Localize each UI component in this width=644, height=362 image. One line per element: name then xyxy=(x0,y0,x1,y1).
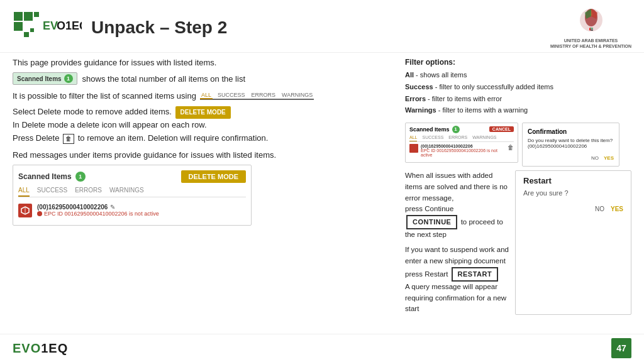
badge-number: 1 xyxy=(64,74,73,83)
mini-cube-icon xyxy=(409,144,418,153)
svg-rect-2 xyxy=(14,22,23,31)
panel-tabs: ALL SUCCESS ERRORS WARNINGS xyxy=(18,187,246,197)
scanned-badge: Scanned Items 1 xyxy=(13,72,77,85)
filter-option-errors: Errors - filter to items with error xyxy=(405,93,631,105)
panel-badge-num: 1 xyxy=(75,172,86,182)
svg-text:🇦🇪: 🇦🇪 xyxy=(589,27,594,31)
evoteq-logo-icon: EV O1EQ xyxy=(13,11,82,45)
filter-options-list: All - shows all items Success - filter t… xyxy=(405,69,631,116)
restart-popup-title: Restart xyxy=(523,176,623,185)
restart-text: If you want to suspend work and enter a … xyxy=(405,244,509,315)
restart-button[interactable]: RESTART xyxy=(452,267,499,282)
confirmation-buttons: NO YES xyxy=(528,155,614,161)
mini-tab-success[interactable]: SUCCESS xyxy=(422,135,443,141)
delete-line3-pre: Press Delete xyxy=(13,133,59,143)
filter-tab-success[interactable]: SUCCESS xyxy=(216,92,247,98)
confirmation-yes-button[interactable]: YES xyxy=(604,155,614,161)
mini-scanned-panel: Scanned Items 1 CANCEL ALL SUCCESS ERROR… xyxy=(405,123,518,163)
filter-tab-all[interactable]: ALL xyxy=(200,92,213,99)
uae-emblem-icon: 🇦🇪 xyxy=(575,6,607,38)
restart-popup-text: Are you sure ? xyxy=(523,189,623,197)
page-title: Unpack – Step 2 xyxy=(91,18,227,38)
continue-text: When all issues with added items are sol… xyxy=(405,170,509,241)
panel-header: Scanned Items 1 DELETE MODE xyxy=(18,170,246,183)
page-number: 47 xyxy=(611,338,631,358)
continue-button[interactable]: CONTINUE xyxy=(406,215,457,229)
filter-text: It is possible to filter the list of sca… xyxy=(13,91,196,101)
delete-line2: In Delete mode a delete icon will appear… xyxy=(13,119,399,132)
filter-options-title: Filter options: xyxy=(405,58,631,67)
filter-option-all: All - shows all items xyxy=(405,69,631,81)
filter-option-success: Success - filter to only successfully ad… xyxy=(405,81,631,93)
item-error: EPC ID 00162950000410002206 is not activ… xyxy=(37,211,246,217)
svg-rect-1 xyxy=(24,12,33,21)
delete-section: Select Delete mode to remove added items… xyxy=(13,106,399,145)
ministry-text: UNITED ARAB EMIRATES MINISTRY OF HEALTH … xyxy=(550,38,631,49)
confirmation-no-button[interactable]: NO xyxy=(591,155,599,161)
filter-tab-warnings[interactable]: WARNINGS xyxy=(280,92,314,98)
mini-tab-all[interactable]: ALL xyxy=(409,135,417,141)
scanned-badge-label: Scanned Items xyxy=(17,75,62,82)
bottom-right-section: When all issues with added items are sol… xyxy=(405,170,631,315)
mini-tab-warnings[interactable]: WARNINGS xyxy=(472,135,496,141)
restart-no-button[interactable]: NO xyxy=(595,206,604,212)
mini-barcode: (00)162950000410002206 xyxy=(421,144,505,148)
delete-line1-pre: Select Delete mode to remove added items… xyxy=(13,107,172,116)
panel-tab-all[interactable]: ALL xyxy=(18,187,30,197)
svg-rect-4 xyxy=(24,32,29,37)
scanned-items-panel: Scanned Items 1 DELETE MODE ALL SUCCESS … xyxy=(13,165,252,226)
filter-tabs-small: ALL SUCCESS ERRORS WARNINGS xyxy=(200,92,314,100)
header-right: 🇦🇪 UNITED ARAB EMIRATES MINISTRY OF HEAL… xyxy=(550,6,631,49)
error-dot-icon xyxy=(37,211,42,216)
header: EV O1EQ Unpack – Step 2 🇦🇪 UNITED ARAB E… xyxy=(0,0,644,53)
continue-restart-text: When all issues with added items are sol… xyxy=(405,170,509,315)
delete-mode-panel-button[interactable]: DELETE MODE xyxy=(181,170,246,183)
mini-panel-header: Scanned Items 1 CANCEL xyxy=(409,126,514,133)
footer-logo: EVO1EQ xyxy=(13,341,68,356)
delete-line3-post: to remove an item. Deletion will require… xyxy=(78,133,269,143)
panel-item: (00)16295000410002206 ✎ EPC ID 001629500… xyxy=(18,201,246,220)
badge-description: shows the total number of all items on t… xyxy=(82,74,245,84)
mini-details: (00)162950000410002206 EPC ID 0016295000… xyxy=(421,144,505,157)
filter-tab-errors[interactable]: ERRORS xyxy=(250,92,277,98)
restart-yes-button[interactable]: YES xyxy=(611,206,623,212)
svg-rect-3 xyxy=(34,12,39,17)
panel-tab-warnings[interactable]: WARNINGS xyxy=(109,187,144,197)
confirmation-popup: Confirmation Do you really want to delet… xyxy=(522,123,619,167)
mini-tab-errors[interactable]: ERRORS xyxy=(448,135,467,141)
mini-cancel-button[interactable]: CANCEL xyxy=(489,126,514,132)
item-details: (00)16295000410002206 ✎ EPC ID 001629500… xyxy=(37,204,246,217)
filter-options-box: Filter options: All - shows all items Su… xyxy=(405,58,631,116)
edit-icon[interactable]: ✎ xyxy=(110,204,115,211)
restart-popup: Restart Are you sure ? NO YES xyxy=(515,170,631,315)
red-msg-text: Red messages under items provide guidanc… xyxy=(13,150,399,160)
svg-rect-0 xyxy=(14,12,23,21)
panel-tab-errors[interactable]: ERRORS xyxy=(75,187,102,197)
item-barcode: (00)16295000410002206 xyxy=(37,204,108,211)
mini-badge-title: Scanned Items 1 xyxy=(409,126,460,133)
svg-text:O1EQ: O1EQ xyxy=(57,19,82,32)
footer: EVO1EQ 47 xyxy=(0,334,644,362)
mini-item: (00)162950000410002206 EPC ID 0016295000… xyxy=(409,144,514,157)
mini-badge-num: 1 xyxy=(452,126,460,133)
filter-row: It is possible to filter the list of sca… xyxy=(13,91,399,101)
item-cube-icon xyxy=(18,204,32,217)
panel-title: Scanned Items 1 xyxy=(18,172,86,182)
svg-rect-5 xyxy=(30,28,34,32)
restart-popup-buttons: NO YES xyxy=(523,206,623,212)
delete-mode-inline-button[interactable]: DELETE MODE xyxy=(175,106,231,119)
confirmation-text: Do you really want to delete this item? … xyxy=(528,138,614,149)
panel-tab-success[interactable]: SUCCESS xyxy=(37,187,67,197)
delete-icon: 🗑 xyxy=(63,134,74,144)
svg-text:EV: EV xyxy=(43,19,58,32)
mini-tabs: ALL SUCCESS ERRORS WARNINGS xyxy=(409,135,514,142)
badge-row: Scanned Items 1 shows the total number o… xyxy=(13,72,399,85)
filter-option-warnings: Warnings - filter to items with a warnin… xyxy=(405,104,631,116)
confirmation-title: Confirmation xyxy=(528,128,614,135)
mini-delete-icon[interactable]: 🗑 xyxy=(508,144,514,151)
mini-error: EPC ID 00162950000410002206 is not activ… xyxy=(421,148,505,157)
intro-text: This page provides guidance for issues w… xyxy=(13,58,399,67)
item-barcode-row: (00)16295000410002206 ✎ xyxy=(37,204,246,211)
